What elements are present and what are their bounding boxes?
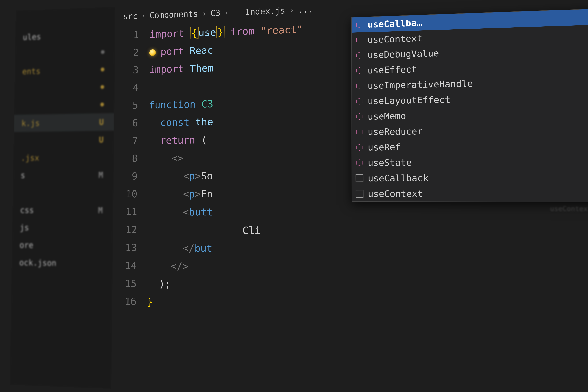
file-name: ore — [20, 240, 34, 250]
suggestion-label: useImperativeHandle — [368, 78, 473, 91]
modified-dot-icon — [100, 102, 104, 106]
file-name: k.js — [22, 118, 40, 128]
suggestion-label: useCallba… — [368, 18, 422, 30]
chevron-right-icon: › — [202, 9, 206, 18]
line-number-gutter: 1 2 3 4 5 6 7 8 9 10 11 12 13 14 15 16 — [112, 26, 150, 311]
explorer-item[interactable]: s M — [13, 166, 114, 184]
git-status-badge: M — [98, 206, 103, 215]
explorer-item[interactable] — [14, 96, 114, 115]
method-icon — [356, 128, 364, 136]
explorer-item[interactable] — [12, 184, 114, 202]
line-number: 4 — [114, 79, 138, 97]
suggestion-label: useState — [368, 157, 412, 168]
breadcrumb-segment[interactable]: C3 — [210, 8, 220, 18]
file-name: ock.json — [19, 258, 56, 268]
file-name: .jsx — [21, 153, 39, 162]
file-name: ents — [22, 66, 40, 76]
explorer-item[interactable]: ules — [15, 26, 115, 46]
snippet-icon — [356, 174, 364, 182]
suggestion-label: useReducer — [368, 126, 423, 137]
suggestion-label: useRef — [368, 142, 401, 152]
line-number: 6 — [114, 114, 138, 132]
suggestion-label: useLayoutEffect — [368, 94, 450, 106]
suggestion-label: useContext — [368, 188, 423, 199]
method-icon — [356, 97, 363, 105]
code-line[interactable]: <butt — [148, 203, 588, 223]
git-status-badge: M — [98, 170, 103, 180]
chevron-right-icon: › — [224, 8, 228, 17]
line-number: 10 — [114, 185, 138, 203]
explorer-item-active[interactable]: k.js U — [14, 113, 114, 132]
line-number: 14 — [112, 256, 137, 274]
suggestion-item[interactable]: useRef — [352, 137, 588, 155]
method-icon — [356, 52, 363, 59]
chevron-right-icon: › — [290, 6, 294, 14]
git-status-badge: U — [99, 117, 104, 127]
suggestion-item[interactable]: useState — [352, 153, 588, 170]
explorer-item[interactable] — [14, 78, 115, 98]
breadcrumb-segment[interactable]: src — [123, 11, 138, 21]
app-root: ules ents k.js U U .jsx s — [10, 0, 588, 392]
method-icon — [356, 36, 363, 44]
chevron-right-icon: › — [142, 12, 146, 20]
line-number: 16 — [112, 292, 136, 310]
snippet-icon — [356, 190, 364, 198]
explorer-item[interactable] — [15, 43, 115, 63]
file-name: css — [20, 206, 34, 215]
hint-text: useContext — [546, 202, 588, 216]
method-icon — [356, 67, 363, 74]
method-icon — [356, 159, 364, 166]
explorer-item[interactable]: js — [12, 219, 113, 237]
line-number: 8 — [114, 150, 138, 168]
explorer-item[interactable]: ock.json — [12, 254, 113, 273]
modified-dot-icon — [101, 68, 104, 72]
breadcrumb-file[interactable]: Index.js — [245, 6, 285, 17]
explorer-sidebar[interactable]: ules ents k.js U U .jsx s — [10, 7, 116, 389]
line-number: 13 — [113, 238, 137, 256]
line-number: 15 — [112, 274, 136, 292]
line-number: 12 — [113, 221, 137, 239]
modified-dot-icon — [101, 50, 104, 54]
suggestion-label: useContext — [368, 33, 422, 45]
suggestion-item[interactable]: useCallback — [352, 169, 588, 186]
method-icon — [356, 82, 363, 90]
line-number: 2 — [115, 44, 139, 62]
method-icon — [356, 144, 364, 151]
suggestion-label: useMemo — [368, 110, 406, 122]
file-name: s — [20, 170, 25, 180]
suggestion-label: useEffect — [368, 64, 417, 76]
suggestion-label: useDebugValue — [368, 48, 439, 60]
modified-dot-icon — [100, 85, 104, 89]
lightbulb-icon[interactable] — [149, 49, 156, 56]
breadcrumb-segment[interactable]: ... — [298, 4, 314, 15]
explorer-item[interactable]: ents — [14, 60, 115, 80]
line-number: 5 — [114, 96, 138, 114]
line-number: 11 — [113, 203, 137, 221]
intellisense-popup[interactable]: useCallba… useContext useDebugValue useE… — [352, 8, 588, 202]
explorer-item[interactable]: css M — [12, 201, 114, 219]
method-icon — [356, 21, 363, 29]
file-name: js — [20, 223, 29, 232]
git-status-badge: U — [99, 135, 104, 144]
suggestion-label: useCallback — [368, 173, 428, 184]
line-number: 1 — [115, 26, 139, 44]
breadcrumb-segment[interactable]: Components — [150, 9, 198, 20]
line-number: 3 — [115, 61, 139, 80]
suggestion-item[interactable]: useContext — [352, 186, 588, 202]
line-number: 7 — [114, 132, 138, 150]
explorer-item[interactable]: .jsx — [13, 148, 114, 167]
explorer-item[interactable]: ore — [12, 236, 113, 255]
line-number: 9 — [114, 167, 138, 185]
file-name: ules — [23, 32, 41, 42]
explorer-item[interactable]: U — [14, 131, 114, 150]
method-icon — [356, 113, 363, 120]
editor-main: src › Components › C3 › Index.js › ... 1… — [112, 0, 588, 392]
